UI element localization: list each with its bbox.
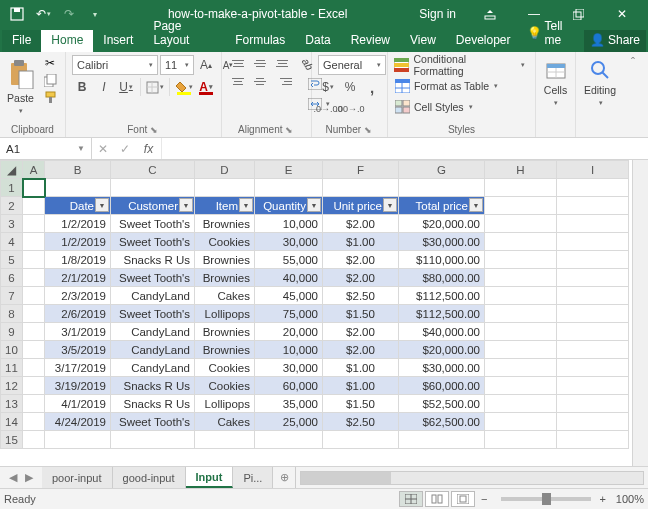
sheet-tab[interactable]: Pi... [233,467,273,488]
sheet-tab[interactable]: poor-input [42,467,113,488]
cell[interactable] [255,431,323,449]
tab-page-layout[interactable]: Page Layout [143,16,225,52]
filter-icon[interactable]: ▼ [383,198,397,212]
sheet-nav-next-icon[interactable]: ▶ [22,471,36,484]
paste-button[interactable]: Paste ▾ [6,55,35,115]
cell[interactable] [399,179,485,197]
underline-button[interactable]: U▾ [116,77,136,97]
cell[interactable] [23,377,45,395]
cell[interactable] [23,287,45,305]
cell[interactable]: $1.50 [323,305,399,323]
cell[interactable]: Lollipops [195,305,255,323]
share-button[interactable]: 👤Share [584,30,646,52]
zoom-slider[interactable] [501,497,591,501]
cell[interactable]: $62,500.00 [399,413,485,431]
cell[interactable]: Sweet Tooth's [111,233,195,251]
cell[interactable]: Sweet Tooth's [111,305,195,323]
table-header[interactable]: Customer▼ [111,197,195,215]
tab-developer[interactable]: Developer [446,30,521,52]
cell[interactable] [485,395,557,413]
cell[interactable]: 25,000 [255,413,323,431]
tab-formulas[interactable]: Formulas [225,30,295,52]
tab-insert[interactable]: Insert [93,30,143,52]
cell[interactable] [485,323,557,341]
row-header[interactable]: 13 [1,395,23,413]
cell[interactable] [485,287,557,305]
cell[interactable] [23,197,45,215]
close-icon[interactable]: ✕ [602,0,642,28]
redo-icon[interactable]: ↷ [58,3,80,25]
cell[interactable]: 75,000 [255,305,323,323]
align-right-icon[interactable] [272,73,292,89]
col-header[interactable]: E [255,161,323,179]
cell[interactable]: 4/1/2019 [45,395,111,413]
tell-me[interactable]: 💡Tell me [521,16,584,52]
table-header[interactable]: Quantity▼ [255,197,323,215]
cell[interactable] [111,431,195,449]
cell[interactable]: $30,000.00 [399,359,485,377]
zoom-out-icon[interactable]: − [481,493,487,505]
cell[interactable] [557,377,629,395]
cell[interactable] [485,197,557,215]
cell[interactable]: 3/5/2019 [45,341,111,359]
col-header[interactable]: A [23,161,45,179]
cell[interactable]: Brownies [195,323,255,341]
cell[interactable] [323,431,399,449]
cut-icon[interactable]: ✂ [41,55,59,71]
row-header[interactable]: 6 [1,269,23,287]
cell-styles-button[interactable]: Cell Styles▾ [394,97,529,117]
row-header[interactable]: 7 [1,287,23,305]
cell[interactable] [557,395,629,413]
row-header[interactable]: 5 [1,251,23,269]
format-as-table-button[interactable]: Format as Table▾ [394,76,529,96]
cell[interactable]: Sweet Tooth's [111,413,195,431]
cell[interactable] [23,413,45,431]
cell[interactable] [485,431,557,449]
align-bottom-icon[interactable] [272,55,292,71]
row-header[interactable]: 11 [1,359,23,377]
cell[interactable]: $1.00 [323,377,399,395]
cell[interactable] [557,287,629,305]
cell[interactable]: Cakes [195,287,255,305]
cell[interactable] [557,431,629,449]
enter-formula-icon[interactable]: ✓ [114,138,136,159]
cell[interactable] [399,431,485,449]
cell[interactable] [557,251,629,269]
select-all[interactable]: ◢ [1,161,23,179]
cell[interactable]: $1.00 [323,233,399,251]
cell[interactable]: $2.00 [323,269,399,287]
cell[interactable] [485,269,557,287]
row-header[interactable]: 12 [1,377,23,395]
table-header[interactable]: Date▼ [45,197,111,215]
row-header[interactable]: 15 [1,431,23,449]
cell[interactable] [45,179,111,197]
tab-view[interactable]: View [400,30,446,52]
col-header[interactable]: D [195,161,255,179]
cell[interactable] [557,179,629,197]
cell[interactable]: 1/2/2019 [45,215,111,233]
table-header[interactable]: Total price▼ [399,197,485,215]
cell[interactable]: $110,000.00 [399,251,485,269]
row-header[interactable]: 8 [1,305,23,323]
tab-review[interactable]: Review [341,30,400,52]
increase-font-icon[interactable]: A▴ [196,55,216,75]
formula-input[interactable] [162,138,648,159]
cell[interactable]: 30,000 [255,233,323,251]
col-header[interactable]: G [399,161,485,179]
ribbon-options-icon[interactable] [470,0,510,28]
align-left-icon[interactable] [228,73,248,89]
row-header[interactable]: 3 [1,215,23,233]
row-header[interactable]: 10 [1,341,23,359]
conditional-formatting-button[interactable]: Conditional Formatting▾ [394,55,529,75]
cell[interactable] [23,341,45,359]
cell[interactable]: $2.00 [323,341,399,359]
col-header[interactable]: I [557,161,629,179]
cells-button[interactable]: Cells▾ [542,55,569,107]
cell[interactable] [557,413,629,431]
zoom-in-icon[interactable]: + [599,493,605,505]
cell[interactable] [485,305,557,323]
cell[interactable]: $2.00 [323,215,399,233]
filter-icon[interactable]: ▼ [95,198,109,212]
italic-button[interactable]: I [94,77,114,97]
cell[interactable]: $2.00 [323,251,399,269]
